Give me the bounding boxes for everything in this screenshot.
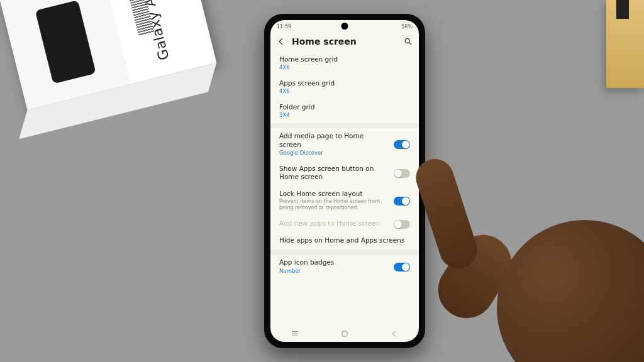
row-app-icon-badges[interactable]: App icon badges Number: [270, 255, 419, 278]
group-separator: [270, 250, 419, 255]
row-desc: Prevent items on the Home screen from be…: [279, 199, 386, 211]
group-separator: [270, 123, 419, 128]
wood-block: [606, 0, 644, 88]
row-label: Apps screen grid: [279, 79, 410, 87]
row-show-apps-button[interactable]: Show Apps screen button on Home screen: [270, 161, 419, 186]
row-label: App icon badges: [279, 258, 386, 266]
back-icon[interactable]: [277, 37, 286, 46]
row-value: 4X6: [279, 88, 410, 94]
product-box: Galaxy A06: [0, 0, 216, 110]
nav-home-icon[interactable]: [332, 330, 357, 337]
toggle-add-media-page[interactable]: [394, 140, 410, 149]
row-hide-apps[interactable]: Hide apps on Home and Apps screens: [270, 233, 419, 250]
settings-header: Home screen: [270, 33, 419, 52]
row-value: 4X6: [279, 64, 410, 70]
row-label: Add new apps to Home screen: [279, 219, 386, 228]
row-lock-home-layout[interactable]: Lock Home screen layout Prevent items on…: [270, 186, 419, 216]
row-value: 3X4: [279, 112, 410, 118]
phone-screen: 11:59 58% Home screen Home screen grid 4…: [270, 20, 419, 342]
svg-point-0: [405, 38, 409, 43]
nav-recent-icon[interactable]: [282, 329, 308, 338]
toggle-lock-home-layout[interactable]: [394, 197, 410, 206]
row-label: Add media page to Home screen: [279, 132, 386, 148]
row-label: Lock Home screen layout: [279, 190, 386, 198]
toggle-show-apps-button[interactable]: [394, 169, 410, 178]
row-apps-screen-grid[interactable]: Apps screen grid 4X6: [270, 75, 419, 99]
camera-notch: [341, 23, 348, 30]
row-home-screen-grid[interactable]: Home screen grid 4X6: [270, 52, 419, 75]
nav-back-icon[interactable]: [382, 330, 407, 337]
row-add-media-page[interactable]: Add media page to Home screen Google Dis…: [270, 128, 419, 160]
row-label: Hide apps on Home and Apps screens: [279, 236, 410, 244]
row-sub: Number: [279, 268, 386, 274]
row-sub: Google Discover: [279, 150, 386, 156]
row-label: Home screen grid: [279, 55, 410, 63]
row-label: Folder grid: [279, 103, 410, 111]
android-navbar: [270, 326, 419, 342]
status-battery: 58%: [401, 24, 413, 30]
toggle-add-new-apps: [394, 220, 410, 229]
phone-frame: 11:59 58% Home screen Home screen grid 4…: [264, 14, 425, 348]
row-label: Show Apps screen button on Home screen: [279, 165, 386, 181]
box-phone-graphic: [35, 0, 96, 84]
page-title: Home screen: [292, 36, 397, 47]
toggle-app-icon-badges[interactable]: [394, 263, 410, 272]
search-icon[interactable]: [404, 37, 413, 46]
user-hand: [409, 132, 644, 362]
status-time: 11:59: [277, 24, 291, 30]
row-add-new-apps: Add new apps to Home screen: [270, 216, 419, 233]
svg-rect-1: [342, 331, 347, 336]
row-folder-grid[interactable]: Folder grid 3X4: [270, 99, 419, 123]
